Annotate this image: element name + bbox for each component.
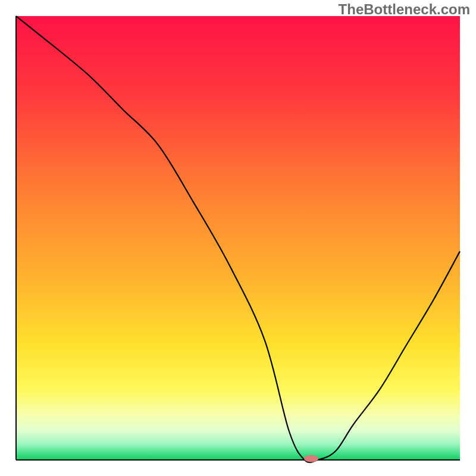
watermark-text: TheBottleneck.com <box>339 1 470 18</box>
plot-background <box>16 16 460 460</box>
sweet-spot-marker <box>304 455 318 462</box>
bottleneck-chart <box>0 0 476 476</box>
